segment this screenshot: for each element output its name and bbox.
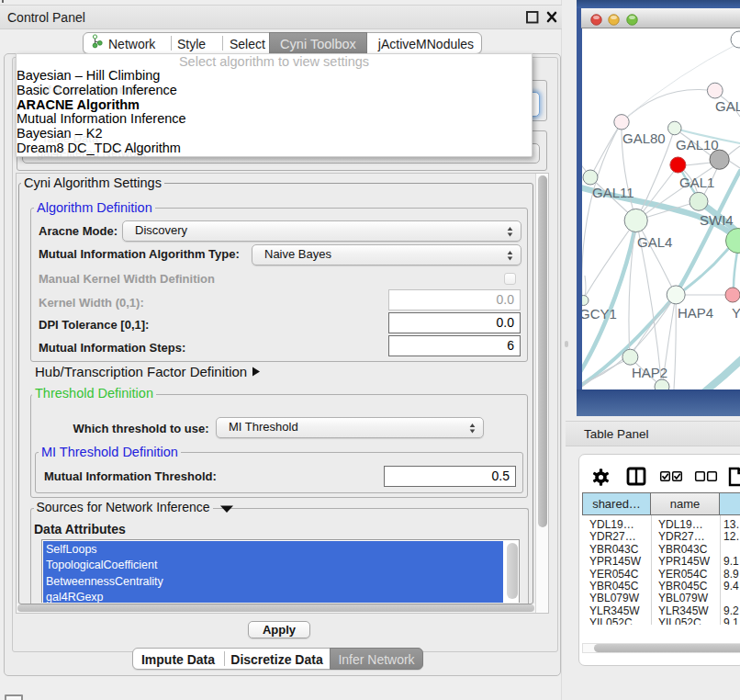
svg-text:Y: Y [732, 305, 740, 321]
svg-text:HAP2: HAP2 [632, 365, 667, 380]
svg-text:GAL1: GAL1 [679, 175, 714, 190]
svg-text:GAL80: GAL80 [622, 130, 666, 146]
svg-text:GAL7: GAL7 [715, 98, 740, 114]
svg-text:GCY1: GCY1 [582, 306, 617, 322]
svg-text:GAL10: GAL10 [676, 137, 719, 152]
svg-text:HAP4: HAP4 [678, 305, 713, 321]
svg-text:SWI4: SWI4 [700, 212, 734, 228]
svg-text:GAL11: GAL11 [592, 185, 634, 200]
svg-text:GAL4: GAL4 [637, 234, 672, 250]
